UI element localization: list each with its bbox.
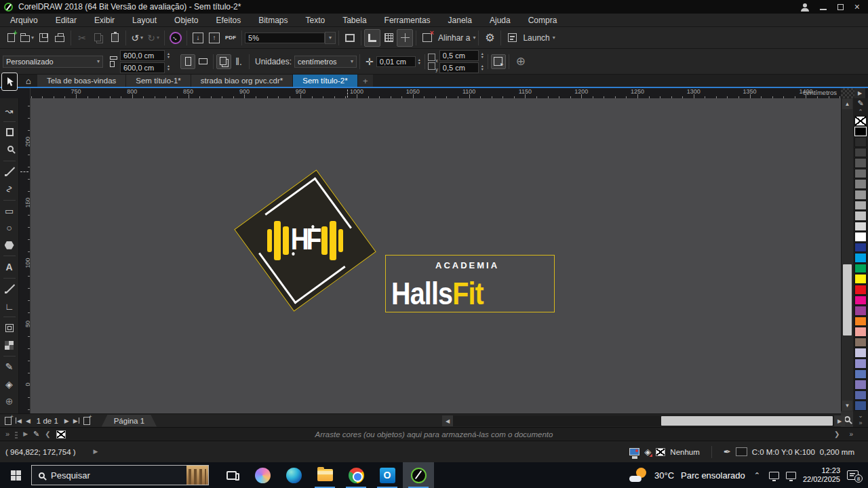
current-page-button[interactable]: ‖. [231, 54, 246, 69]
color-swatch[interactable] [854, 127, 867, 137]
menu-efeitos[interactable]: Efeitos [207, 14, 250, 27]
color-swatch[interactable] [854, 222, 867, 232]
weather-condition[interactable]: Parc ensolarado [681, 470, 745, 481]
open-button[interactable]: ▾ [19, 29, 35, 47]
units-select[interactable]: centímetros▾ [294, 56, 357, 68]
menu-editar[interactable]: Editar [47, 14, 85, 27]
vertical-ruler[interactable]: 200150100500 [19, 98, 31, 427]
treat-as-filled-button[interactable] [491, 54, 506, 69]
desktop-toggle-icon[interactable] [841, 88, 854, 98]
color-swatch[interactable] [854, 390, 867, 401]
nudge-field[interactable]: 0,01 cm [376, 56, 416, 67]
pick-tool[interactable] [1, 73, 18, 91]
eyedropper-tool[interactable]: ✎ [1, 359, 18, 375]
palette-eyedropper-icon[interactable]: ✎ [33, 430, 39, 438]
taskbar-search[interactable]: Pesquisar [31, 465, 209, 485]
taskbar-app-file-explorer[interactable] [309, 462, 340, 488]
zoom-tool[interactable] [1, 142, 18, 158]
dimension-tool[interactable] [1, 281, 18, 297]
duplicate-y-field[interactable]: 0,5 cm [439, 62, 479, 73]
scroll-up-button[interactable]: ▲ [842, 99, 852, 109]
horizontal-scrollbar[interactable] [453, 415, 834, 426]
show-rulers-button[interactable] [364, 29, 380, 47]
color-swatch[interactable] [854, 380, 867, 390]
contour-tool[interactable] [1, 320, 18, 336]
menu-ferramentas[interactable]: Ferramentas [376, 14, 439, 27]
taskbar-app-chrome[interactable] [340, 462, 372, 488]
rectangle-tool[interactable]: ▭ [1, 203, 18, 218]
vertical-scrollbar[interactable]: ▲ ▼ [841, 98, 853, 427]
color-swatch[interactable] [854, 137, 867, 147]
tray-chevron-icon[interactable]: ⌃ [752, 471, 762, 480]
publish-pdf-button[interactable]: PDF [222, 29, 239, 47]
palette-scroll-up-icon[interactable]: ⌃ [858, 108, 863, 116]
artistic-media-tool[interactable]: ∿ [1, 181, 18, 197]
fill-color-icon[interactable]: ◈ [644, 447, 651, 457]
menu-exibir[interactable]: Exibir [85, 14, 123, 27]
color-swatch[interactable] [854, 359, 867, 369]
document-tab[interactable]: strada biao org pvc.cdr* [191, 75, 293, 87]
scroll-left-button[interactable]: ◀ [442, 415, 453, 426]
taskbar-app-copilot[interactable] [247, 462, 278, 488]
duplicate-x-field[interactable]: 0,5 cm [439, 50, 479, 61]
search-highlight-image[interactable] [186, 466, 208, 485]
transparency-tool[interactable] [1, 337, 18, 352]
shape-tool[interactable]: ↝ [1, 103, 18, 119]
color-swatch[interactable] [854, 285, 867, 295]
crop-tool[interactable] [1, 125, 18, 140]
menu-bitmaps[interactable]: Bitmaps [250, 14, 296, 27]
color-swatch[interactable] [854, 232, 867, 242]
chevron-down-icon[interactable]: ▾ [473, 35, 475, 41]
taskbar-app-edge[interactable] [278, 462, 309, 488]
print-button[interactable] [52, 29, 68, 47]
connector-tool[interactable]: ∟ [1, 298, 18, 314]
scroll-right-edge-button[interactable]: ▶ [854, 88, 865, 98]
page-height-field[interactable]: 600,0 cm [120, 62, 165, 73]
new-tab-button[interactable]: + [358, 75, 373, 87]
menu-objeto[interactable]: Objeto [165, 14, 207, 27]
chevron-down-icon[interactable]: ▾ [553, 35, 555, 41]
account-icon[interactable] [801, 3, 809, 11]
weather-temp[interactable]: 30°C [654, 470, 674, 481]
color-swatch[interactable] [854, 264, 867, 274]
palette-drag-handle[interactable] [15, 430, 18, 439]
color-swatch[interactable] [854, 317, 867, 327]
all-pages-button[interactable] [216, 54, 231, 69]
ruler-origin-corner[interactable] [19, 88, 31, 98]
palette-scroll-down-icon[interactable]: ⌄ [858, 411, 863, 420]
save-button[interactable] [35, 29, 52, 47]
portrait-button[interactable] [180, 54, 195, 69]
document-tab[interactable]: Sem título-1* [126, 75, 191, 87]
page-preset-select[interactable]: Personalizado▾ [3, 56, 103, 68]
menu-layout[interactable]: Layout [123, 14, 165, 27]
color-swatch[interactable] [854, 179, 867, 189]
landscape-button[interactable] [195, 54, 210, 69]
palette-expand-icon[interactable]: » [859, 419, 862, 427]
color-swatch[interactable] [854, 169, 867, 179]
color-swatch[interactable] [854, 190, 867, 200]
add-property-icon[interactable]: ⊕ [512, 56, 530, 67]
close-button[interactable]: × [854, 3, 860, 10]
fill-none-swatch[interactable] [656, 448, 665, 456]
start-button[interactable] [0, 462, 31, 488]
undo-button[interactable]: ↺▾ [129, 29, 145, 47]
taskbar-app-coreldraw[interactable] [403, 462, 434, 488]
color-swatch[interactable] [854, 369, 867, 380]
fullscreen-preview-button[interactable] [342, 29, 358, 47]
color-swatch[interactable] [854, 327, 867, 337]
scroll-right-button[interactable]: ▶ [834, 415, 845, 426]
document-properties-icon[interactable] [629, 448, 639, 455]
add-page-end-button[interactable] [81, 417, 92, 425]
color-swatch[interactable] [854, 348, 867, 358]
palette-scroll-left-icon[interactable]: ❮ [45, 431, 50, 438]
page-width-field[interactable]: 600,0 cm [120, 50, 165, 61]
align-to-button[interactable] [419, 29, 435, 47]
logo-wordmark[interactable]: ACADEMIA HallsFit [385, 255, 555, 312]
horizontal-ruler[interactable]: 7508008509009501000105011001150120012501… [31, 88, 841, 98]
color-swatch[interactable] [854, 338, 867, 348]
color-swatch[interactable] [854, 296, 867, 306]
polygon-tool[interactable] [1, 237, 18, 253]
scroll-down-button[interactable]: ▼ [842, 401, 852, 411]
menu-janela[interactable]: Janela [439, 14, 481, 27]
menu-compra[interactable]: Compra [519, 14, 566, 27]
